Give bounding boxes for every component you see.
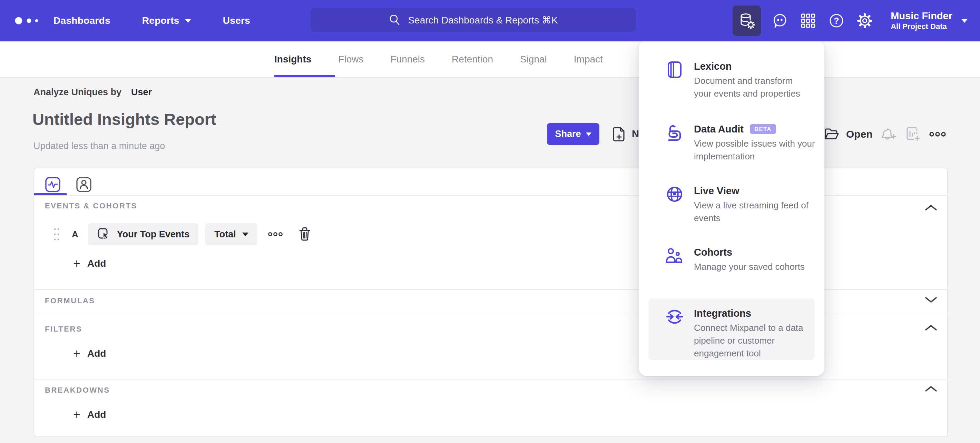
menu-item-cohorts[interactable]: Cohorts Manage your saved cohorts <box>666 245 805 273</box>
menu-item-data-audit[interactable]: Data Audit BETA View possible issues wit… <box>666 122 824 163</box>
mixpanel-logo[interactable] <box>14 0 46 41</box>
help-button[interactable]: ? <box>822 6 851 36</box>
menu-item-description: View possible issues with your implement… <box>694 137 824 163</box>
menu-item-live-view[interactable]: Live View View a live streaming feed of … <box>666 184 824 225</box>
chevron-up-icon[interactable] <box>924 324 937 332</box>
divider <box>34 379 947 380</box>
menu-item-text: Lexicon Document and transform your even… <box>694 59 808 100</box>
mixpanel-app: Dashboards Reports Users Search Dashboar… <box>0 0 980 443</box>
live-view-icon <box>666 185 684 203</box>
event-name: Your Top Events <box>117 229 190 240</box>
analyze-label: Analyze Uniques by <box>33 87 121 97</box>
alert-bell-button[interactable] <box>880 123 897 145</box>
search-input[interactable]: Search Dashboards & Reports ⌘K <box>310 8 636 32</box>
bell-plus-icon <box>880 126 897 142</box>
plus-icon: + <box>73 408 80 421</box>
ellipsis-icon <box>268 231 283 237</box>
drag-handle-icon[interactable] <box>53 226 60 242</box>
users-tab-icon <box>76 177 92 192</box>
analyze-uniques-row: Analyze Uniques byUser <box>33 87 152 98</box>
menu-item-title: Cohorts <box>694 245 732 259</box>
open-report-label: Open <box>846 129 873 140</box>
chevron-down-icon <box>242 233 248 237</box>
menu-item-integrations[interactable]: Integrations Connect Mixpanel to a data … <box>666 306 813 360</box>
delete-event-button[interactable] <box>298 227 311 241</box>
event-row-letter: A <box>72 229 78 240</box>
data-management-menu: Lexicon Document and transform your even… <box>639 40 824 376</box>
tab-events-view[interactable] <box>45 177 61 192</box>
settings-button[interactable] <box>851 6 879 36</box>
add-filter-button[interactable]: + Add <box>73 348 106 360</box>
metric-value: Total <box>214 229 236 240</box>
add-to-board-button[interactable] <box>905 123 921 145</box>
tab-users-view[interactable] <box>76 177 92 192</box>
add-event-button[interactable]: + Add <box>73 257 106 270</box>
project-text: Music Finder All Project Data <box>891 10 952 32</box>
share-button[interactable]: Share <box>547 123 600 145</box>
apps-grid-button[interactable] <box>794 6 822 36</box>
apps-grid-icon <box>800 13 816 29</box>
beta-badge: BETA <box>750 124 776 134</box>
project-selector[interactable]: Music Finder All Project Data <box>891 10 980 32</box>
menu-item-text: Live View View a live streaming feed of … <box>694 184 824 225</box>
feedback-button[interactable] <box>766 6 794 36</box>
event-row: A Your Top Events Total <box>53 223 311 245</box>
data-management-button[interactable] <box>733 6 761 36</box>
project-name: Music Finder <box>891 10 952 22</box>
tab-funnels[interactable]: Funnels <box>390 54 425 65</box>
nav-item-users[interactable]: Users <box>223 15 250 26</box>
add-breakdown-button[interactable]: + Add <box>73 408 106 421</box>
chevron-down-icon <box>961 19 967 23</box>
settings-gear-icon <box>856 13 873 29</box>
chevron-up-icon[interactable] <box>924 203 937 212</box>
menu-item-text: Data Audit BETA View possible issues wit… <box>694 122 824 163</box>
nav-item-dashboards[interactable]: Dashboards <box>54 15 110 26</box>
page-title[interactable]: Untitled Insights Report <box>32 110 216 129</box>
plus-icon: + <box>73 257 80 270</box>
menu-item-lexicon[interactable]: Lexicon Document and transform your even… <box>666 59 808 100</box>
nav-item-reports[interactable]: Reports <box>142 15 191 26</box>
tab-impact[interactable]: Impact <box>574 54 603 65</box>
active-tab-underline <box>274 75 335 77</box>
report-tabs: Insights Flows Funnels Retention Signal … <box>274 41 603 77</box>
mixpanel-logo-icon <box>14 14 46 28</box>
menu-item-description: Document and transform your events and p… <box>694 75 808 100</box>
open-report-button[interactable]: Open <box>824 123 873 145</box>
event-more-button[interactable] <box>268 231 283 237</box>
ellipsis-icon <box>929 131 946 138</box>
menu-item-text: Cohorts Manage your saved cohorts <box>694 245 805 273</box>
menu-item-description: Manage your saved cohorts <box>694 260 805 273</box>
cohorts-icon <box>666 247 684 265</box>
menu-item-title: Integrations <box>694 306 751 320</box>
add-label: Add <box>87 348 106 359</box>
chevron-down-icon <box>586 132 592 136</box>
analyze-value-selector[interactable]: User <box>131 87 152 97</box>
chevron-down-icon[interactable] <box>924 296 937 304</box>
lexicon-icon <box>666 61 684 79</box>
section-label-formulas: FORMULAS <box>45 296 95 305</box>
tab-insights[interactable]: Insights <box>274 54 311 65</box>
top-navbar: Dashboards Reports Users Search Dashboar… <box>0 0 980 41</box>
event-selector[interactable]: Your Top Events <box>88 223 199 245</box>
menu-item-title: Lexicon <box>694 59 732 73</box>
section-label-breakdowns: BREAKDOWNS <box>45 386 110 395</box>
menu-item-text: Integrations Connect Mixpanel to a data … <box>694 306 813 360</box>
menu-item-description: Connect Mixpanel to a data pipeline or c… <box>694 322 813 360</box>
svg-text:?: ? <box>834 16 839 25</box>
plus-icon: + <box>73 348 80 360</box>
report-more-button[interactable] <box>929 123 946 145</box>
metric-selector[interactable]: Total <box>205 223 258 245</box>
chevron-up-icon[interactable] <box>924 385 937 393</box>
search-icon <box>388 14 401 26</box>
help-icon: ? <box>829 13 845 29</box>
event-icon <box>97 227 111 241</box>
nav-item-label: Dashboards <box>54 15 110 26</box>
tab-flows[interactable]: Flows <box>338 54 363 65</box>
tab-retention[interactable]: Retention <box>452 54 493 65</box>
trash-icon <box>298 227 311 241</box>
tab-signal[interactable]: Signal <box>520 54 547 65</box>
menu-item-title: Data Audit <box>694 122 744 136</box>
navbar-right: ? Music Finder All P <box>733 0 980 41</box>
section-label-filters: FILTERS <box>45 325 82 333</box>
add-label: Add <box>87 258 106 269</box>
